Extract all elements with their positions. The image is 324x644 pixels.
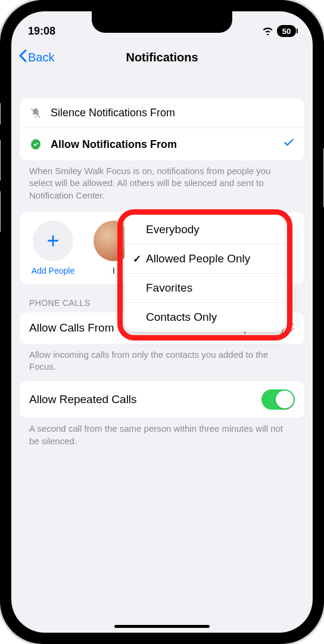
volume-up-button	[0, 140, 1, 181]
phone-frame: 19:08 50 Back Notifications	[0, 0, 324, 644]
chevron-updown-icon	[288, 321, 295, 335]
popover-option-label: Contacts Only	[146, 311, 217, 324]
toggle-knob	[276, 391, 294, 408]
popover-option-label: Favorites	[146, 281, 192, 295]
volume-down-button	[0, 191, 1, 233]
popover-option-allowed-people-only[interactable]: ✓ Allowed People Only	[124, 244, 286, 274]
add-people-label: Add People	[32, 266, 74, 275]
back-label: Back	[28, 51, 54, 64]
allow-repeated-calls-label: Allow Repeated Calls	[29, 393, 137, 406]
silence-from-label: Silence Notifications From	[51, 107, 295, 119]
popover-option-contacts-only[interactable]: Contacts Only	[124, 303, 286, 332]
check-icon: ✓	[133, 253, 146, 265]
checkmark-seal-icon	[29, 138, 42, 150]
add-people-tile[interactable]: + Add People	[27, 221, 79, 275]
repeated-calls-description: A second call from the same person withi…	[20, 418, 304, 456]
allow-calls-popover: Everybody ✓ Allowed People Only Favorite…	[124, 215, 286, 332]
check-icon	[283, 137, 295, 152]
allow-repeated-calls-row: Allow Repeated Calls	[20, 381, 304, 418]
popover-option-favorites[interactable]: Favorites	[124, 274, 286, 303]
wifi-icon	[262, 27, 273, 35]
bell-slash-icon	[29, 107, 42, 119]
allow-repeated-calls-toggle[interactable]	[261, 389, 295, 410]
allow-from-row[interactable]: Allow Notifications From	[20, 128, 304, 160]
popover-option-label: Allowed People Only	[146, 252, 250, 265]
silence-from-row[interactable]: Silence Notifications From	[20, 98, 304, 128]
repeated-calls-card: Allow Repeated Calls	[20, 381, 304, 418]
allow-calls-description: Allow incoming calls from only the conta…	[20, 344, 304, 382]
add-circle: +	[33, 221, 73, 261]
screen: 19:08 50 Back Notifications	[11, 11, 313, 633]
allow-from-label: Allow Notifications From	[51, 138, 275, 151]
mode-description: When Smiley Walk Focus is on, notificati…	[20, 160, 304, 210]
chevron-left-icon	[18, 49, 27, 66]
allow-calls-from-label: Allow Calls From	[29, 321, 114, 335]
battery-indicator: 50	[277, 25, 296, 37]
status-right: 50	[262, 25, 296, 37]
page-title: Notifications	[126, 51, 198, 64]
notch	[92, 11, 232, 33]
popover-option-everybody[interactable]: Everybody	[124, 215, 286, 244]
back-button[interactable]: Back	[18, 49, 54, 66]
person-name-partial: I	[113, 266, 115, 275]
popover-option-label: Everybody	[146, 223, 200, 236]
status-time: 19:08	[28, 25, 55, 38]
notification-mode-card: Silence Notifications From Allow Notific…	[20, 98, 304, 160]
mute-switch	[0, 103, 1, 125]
nav-bar: Back Notifications	[11, 42, 313, 72]
home-indicator[interactable]	[114, 625, 210, 628]
